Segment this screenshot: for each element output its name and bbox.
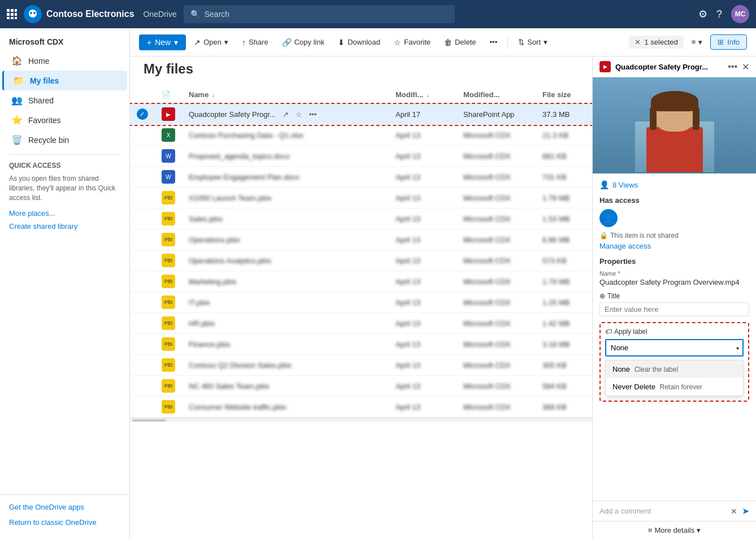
table-row[interactable]: W Proposed_agenda_topics.docx April 13 M…	[130, 146, 592, 167]
views-person-icon: 👤	[599, 180, 609, 189]
horizontal-scrollbar[interactable]	[130, 418, 592, 422]
sidebar-bottom: Get the OneDrive apps Return to classic …	[0, 494, 129, 534]
download-label: Download	[347, 38, 380, 46]
table-row[interactable]: PBI Sales.pbix April 13 Microsoft CDX 1.…	[130, 208, 592, 229]
row-icon-cell: PBI	[155, 271, 182, 292]
row-file-name: IT.pbix	[189, 298, 210, 307]
more-places-link[interactable]: More places...	[0, 207, 129, 220]
panel-title: Quadcopter Safety Progr...	[615, 63, 723, 71]
get-onedrive-apps-link[interactable]: Get the OneDrive apps	[0, 499, 129, 515]
table-row[interactable]: PBI HR.pbix April 13 Microsoft CDX 1.42 …	[130, 313, 592, 334]
sidebar-item-favorites[interactable]: ⭐ Favorites	[2, 110, 127, 130]
panel-close-button[interactable]: ✕	[742, 62, 749, 72]
return-to-classic-link[interactable]: Return to classic OneDrive	[0, 515, 129, 530]
table-row[interactable]: W Employee Engagement Plan.docx April 13…	[130, 167, 592, 188]
panel-more-button[interactable]: •••	[728, 62, 737, 72]
create-shared-library-link[interactable]: Create shared library	[0, 220, 129, 233]
row-file-name: Consumer Website traffic.pbix	[189, 403, 286, 411]
name-prop-value: Quadcopter Safety Program Overview.mp4	[599, 278, 749, 286]
clear-selection-button[interactable]: ✕	[635, 38, 641, 46]
table-row[interactable]: PBI Marketing.pbix April 13 Microsoft CD…	[130, 271, 592, 292]
search-input[interactable]	[205, 10, 448, 19]
sidebar-item-home[interactable]: 🏠 Home	[2, 51, 127, 71]
modified-col-label: Modifi...	[396, 90, 423, 99]
waffle-menu-icon[interactable]	[7, 9, 17, 19]
not-shared-text: 🔒 This item is not shared	[599, 232, 749, 240]
name-col-label: Name	[189, 90, 208, 99]
row-check-cell	[130, 208, 155, 229]
sidebar-item-shared[interactable]: 👥 Shared	[2, 90, 127, 110]
sidebar-item-my-files[interactable]: 📁 My files	[2, 71, 127, 90]
table-row[interactable]: PBI IT.pbix April 13 Microsoft CDX 1.25 …	[130, 292, 592, 313]
title-field-input[interactable]	[599, 302, 749, 316]
copy-link-label: Copy link	[294, 38, 324, 46]
favorite-button[interactable]: ☆ Favorite	[388, 34, 436, 50]
table-row[interactable]: PBI NC 460 Sales Team.pbix April 13 Micr…	[130, 376, 592, 397]
sidebar-item-recycle-bin[interactable]: 🗑️ Recycle bin	[2, 130, 127, 150]
comment-clear-icon[interactable]: ✕	[731, 507, 737, 516]
avatar[interactable]: MC	[731, 5, 749, 23]
row-check-cell	[130, 334, 155, 355]
favorite-label: Favorite	[404, 38, 431, 46]
table-row[interactable]: ✓ ▶ Quadcopter Safety Progr... ↗ ☆ ••• A…	[130, 104, 592, 125]
row-modified-cell: April 13	[389, 271, 457, 292]
star-file-icon[interactable]: ☆	[293, 109, 305, 120]
search-bar[interactable]: 🔍	[184, 5, 455, 23]
file-table: 📄 Name ↓ Modifi... ↓ Modified	[130, 86, 592, 418]
my-files-icon: 📁	[13, 75, 24, 86]
col-name-header[interactable]: Name ↓	[182, 86, 389, 104]
views-count[interactable]: 8 Views	[612, 181, 638, 189]
share-button[interactable]: ↑ Share	[236, 34, 274, 50]
row-name-cell: Finance.pbix	[182, 334, 389, 355]
table-row[interactable]: PBI Finance.pbix April 13 Microsoft CDX …	[130, 334, 592, 355]
shared-icon: 👥	[11, 95, 23, 106]
more-button[interactable]: •••	[484, 34, 503, 50]
new-button[interactable]: + New ▾	[139, 34, 186, 50]
manage-access-link[interactable]: Manage access	[599, 242, 749, 250]
col-check-header	[130, 86, 155, 104]
row-icon-cell: PBI	[155, 229, 182, 250]
row-check-cell	[130, 271, 155, 292]
copy-link-button[interactable]: 🔗 Copy link	[276, 34, 330, 50]
row-modifier-cell: Microsoft CDX	[457, 355, 536, 376]
lock-icon: 🔒	[599, 232, 608, 240]
col-size-header[interactable]: File size	[536, 86, 592, 104]
download-button[interactable]: ⬇ Download	[332, 34, 386, 50]
view-toggle-button[interactable]: ≡ ▾	[686, 34, 709, 50]
table-row[interactable]: PBI Contoso Q2 Division Sales.pbix April…	[130, 355, 592, 376]
info-button[interactable]: ⊞ Info	[710, 34, 747, 50]
comment-input[interactable]	[599, 507, 726, 515]
table-row[interactable]: PBI Consumer Website traffic.pbix April …	[130, 397, 592, 418]
row-icon-cell: X	[155, 125, 182, 146]
row-modifier-cell: Microsoft CDX	[457, 125, 536, 146]
sidebar-item-recycle-bin-label: Recycle bin	[28, 136, 69, 145]
search-icon: 🔍	[190, 10, 200, 19]
more-file-icon[interactable]: •••	[307, 109, 319, 120]
table-row[interactable]: PBI Operations.pbix April 13 Microsoft C…	[130, 229, 592, 250]
selected-count-label: 1 selected	[644, 38, 677, 46]
settings-icon[interactable]: ⚙	[698, 8, 707, 20]
table-row[interactable]: X Contoso Purchasing Data - Q1.xlsx Apri…	[130, 125, 592, 146]
open-file-icon[interactable]: ↗	[280, 109, 291, 120]
label-option-none[interactable]: None Clear the label	[606, 360, 743, 378]
label-option-never-delete[interactable]: Never Delete Retain forever	[606, 378, 743, 395]
delete-button[interactable]: 🗑 Delete	[438, 34, 482, 50]
open-button[interactable]: ↗ Open ▾	[188, 34, 234, 50]
row-modified-cell: April 13	[389, 125, 457, 146]
row-icon-cell: W	[155, 146, 182, 167]
col-modifier-header[interactable]: Modified...	[457, 86, 536, 104]
col-modified-header[interactable]: Modifi... ↓	[389, 86, 457, 104]
views-row: 👤 8 Views	[599, 180, 749, 189]
sort-button[interactable]: ⇅ Sort ▾	[512, 34, 553, 50]
row-check-cell	[130, 146, 155, 167]
comment-send-icon[interactable]: ➤	[742, 506, 749, 516]
powerbi-file-icon: PBI	[162, 191, 175, 205]
label-select[interactable]: None Never Delete	[605, 339, 744, 357]
powerbi-file-icon: PBI	[162, 316, 175, 330]
row-icon-cell: PBI	[155, 188, 182, 208]
table-row[interactable]: PBI Operations Analytics.pbix April 13 M…	[130, 250, 592, 271]
more-details-button[interactable]: ≡ More details ▾	[593, 521, 756, 539]
help-icon[interactable]: ?	[716, 8, 722, 20]
table-row[interactable]: PBI X1050 Launch Team.pbix April 13 Micr…	[130, 188, 592, 208]
panel-header: ▶ Quadcopter Safety Progr... ••• ✕	[593, 56, 756, 77]
